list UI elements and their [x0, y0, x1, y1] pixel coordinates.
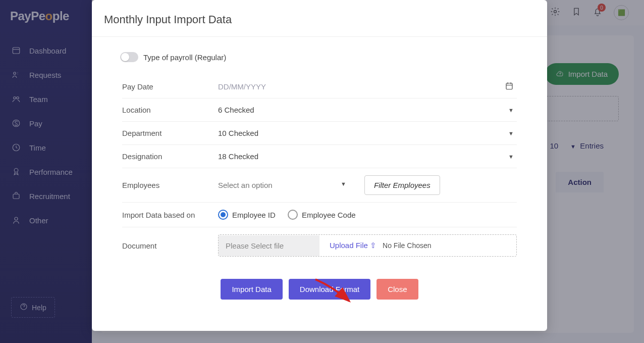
modal-header: Monthly Input Import Data: [92, 0, 547, 37]
upload-file-link[interactable]: Upload File ⇧: [330, 241, 377, 250]
import-modal: Monthly Input Import Data Type of payrol…: [92, 0, 547, 331]
chevron-down-icon: ▼: [508, 107, 514, 113]
location-row: Location 6 Checked ▼: [122, 99, 517, 122]
radio-label: Employee Code: [302, 211, 356, 219]
modal-title: Monthly Input Import Data: [104, 13, 534, 26]
chevron-down-icon: ▼: [341, 181, 346, 187]
no-file-label: No File Chosen: [383, 241, 432, 250]
radio-group: Employee ID Employee Code: [218, 210, 356, 220]
pay-date-input[interactable]: [218, 82, 517, 91]
file-name-display[interactable]: Please Select file: [219, 235, 319, 256]
payroll-type-label: Type of payroll (Regular): [143, 53, 226, 62]
download-format-button[interactable]: Download Format: [289, 279, 370, 300]
radio-circle-selected-icon: [218, 210, 228, 220]
location-value: 6 Checked: [218, 106, 254, 114]
employees-placeholder: Select an option: [218, 181, 273, 189]
radio-employee-code[interactable]: Employee Code: [288, 210, 356, 220]
chevron-down-icon: ▼: [508, 130, 514, 136]
radio-label: Employee ID: [232, 211, 276, 219]
department-label: Department: [122, 129, 218, 137]
employees-label: Employees: [122, 181, 218, 189]
payroll-type-toggle[interactable]: [120, 52, 138, 62]
chevron-down-icon: ▼: [508, 154, 514, 160]
radio-circle-icon: [288, 210, 298, 220]
import-based-label: Import Data based on: [122, 211, 218, 219]
filter-employees-button[interactable]: Filter Employees: [364, 175, 440, 195]
designation-label: Designation: [122, 152, 218, 161]
calendar-icon[interactable]: [505, 81, 514, 92]
employees-row: Employees Select an option ▼ Filter Empl…: [122, 168, 517, 203]
location-label: Location: [122, 106, 218, 114]
pay-date-row: Pay Date: [122, 75, 517, 99]
location-select[interactable]: 6 Checked ▼: [218, 106, 517, 114]
department-select[interactable]: 10 Checked ▼: [218, 129, 517, 137]
designation-value: 18 Checked: [218, 152, 258, 161]
document-row: Document Please Select file Upload File …: [122, 227, 517, 264]
document-upload-box: Please Select file Upload File ⇧ No File…: [218, 234, 517, 257]
import-based-row: Import Data based on Employee ID Employe…: [122, 203, 517, 227]
toggle-knob: [121, 53, 129, 61]
svg-rect-11: [506, 83, 512, 89]
department-row: Department 10 Checked ▼: [122, 122, 517, 145]
modal-body: Type of payroll (Regular) Pay Date Locat…: [92, 37, 547, 320]
designation-row: Designation 18 Checked ▼: [122, 145, 517, 168]
employees-select[interactable]: Select an option ▼: [218, 181, 349, 190]
document-label: Document: [122, 241, 218, 250]
close-button[interactable]: Close: [377, 279, 418, 300]
import-data-button[interactable]: Import Data: [221, 279, 282, 300]
department-value: 10 Checked: [218, 129, 258, 137]
upload-icon: ⇧: [370, 241, 377, 250]
payroll-type-toggle-row: Type of payroll (Regular): [120, 52, 517, 62]
radio-employee-id[interactable]: Employee ID: [218, 210, 276, 220]
designation-select[interactable]: 18 Checked ▼: [218, 152, 517, 161]
modal-footer: Import Data Download Format Close: [122, 264, 517, 305]
pay-date-label: Pay Date: [122, 82, 218, 91]
